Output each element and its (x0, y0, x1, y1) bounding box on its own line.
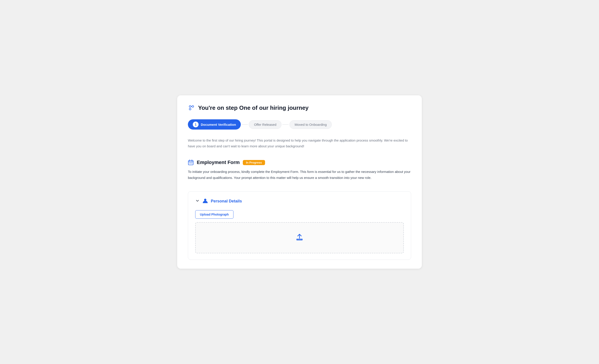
welcome-text: Welcome to the first step of our hiring … (188, 138, 411, 149)
employment-form-description: To initiate your onboarding process, kin… (188, 169, 411, 181)
step-connector-1 (241, 124, 249, 125)
step-label-1: Document Verification (201, 123, 236, 126)
step-connector-2 (282, 124, 290, 125)
upload-photograph-button[interactable]: Upload Photograph (195, 210, 233, 219)
upload-icon (295, 233, 304, 243)
employment-form-section: Employment Form In Progress To initiate … (188, 160, 411, 181)
journey-icon (188, 104, 195, 111)
employment-form-header: Employment Form In Progress (188, 160, 411, 165)
personal-details-title: Personal Details (211, 199, 242, 204)
step-number-1: 1 (193, 121, 199, 127)
step-offer-released[interactable]: Offer Released (249, 120, 282, 129)
main-card: You're on step One of our hiring journey… (177, 95, 422, 269)
svg-point-11 (204, 199, 206, 201)
page-title: You're on step One of our hiring journey (198, 104, 308, 111)
employment-form-title: Employment Form (197, 160, 240, 165)
svg-rect-9 (191, 163, 191, 163)
step-label-2: Offer Released (254, 123, 276, 126)
in-progress-badge: In Progress (243, 160, 265, 165)
step-document-verification[interactable]: 1 Document Verification (188, 119, 241, 130)
chevron-down-icon (195, 199, 200, 204)
svg-rect-8 (189, 163, 190, 163)
upload-dropzone[interactable] (195, 222, 404, 253)
personal-details-header[interactable]: Personal Details (195, 198, 404, 205)
svg-rect-10 (192, 163, 192, 163)
calendar-icon (188, 160, 194, 165)
steps-row: 1 Document Verification Offer Released M… (188, 119, 411, 130)
svg-point-0 (189, 105, 191, 107)
svg-point-1 (192, 105, 194, 107)
personal-details-section: Personal Details Upload Photograph (188, 191, 411, 260)
page-header: You're on step One of our hiring journey (188, 104, 411, 111)
step-label-3: Moved to Onboarding (295, 123, 327, 126)
svg-point-3 (189, 108, 191, 110)
person-icon (202, 198, 208, 205)
step-moved-to-onboarding[interactable]: Moved to Onboarding (290, 120, 332, 129)
